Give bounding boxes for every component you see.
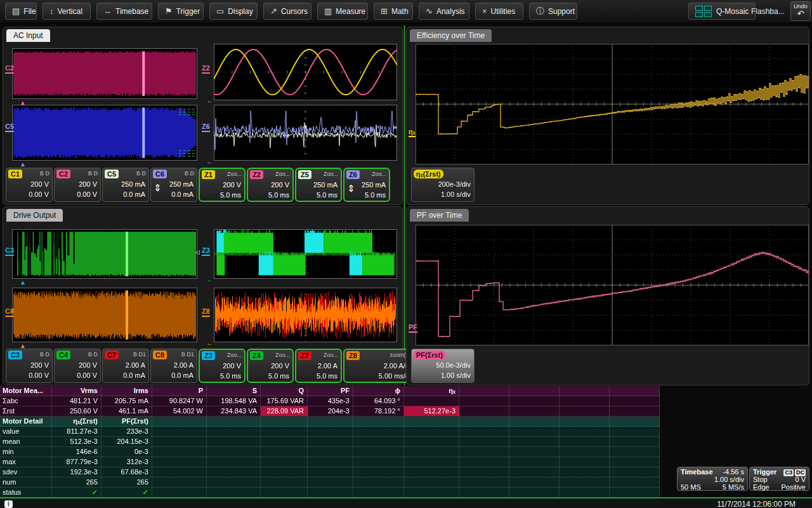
table-cell: [459, 437, 509, 446]
table-cell: mean: [0, 437, 52, 446]
table-header-cell: [509, 386, 560, 396]
table-header-cell: Vrms: [52, 386, 102, 396]
info-icon[interactable]: i: [4, 500, 13, 508]
table-cell: [404, 427, 459, 436]
z1-z2-zoom-grid[interactable]: [214, 44, 397, 100]
menu-button-label: Measure: [336, 7, 365, 16]
menu-button-analysis[interactable]: ∿Analysis: [419, 3, 469, 20]
menu-button-trigger[interactable]: ⚑Trigger: [158, 3, 204, 20]
descriptor-Z3[interactable]: Z3Zoo...200 V5.0 ms: [199, 349, 246, 383]
table-cell: [261, 488, 308, 497]
menu-button-timebase[interactable]: ↔Timebase: [96, 3, 152, 20]
channel-scale: 200 V: [223, 362, 241, 370]
menu-button-math[interactable]: ⊞Math: [374, 3, 413, 20]
channel-chip: Z2: [250, 170, 263, 179]
table-header-cell: [560, 417, 610, 426]
descriptor-C3[interactable]: C3B D200 V0.00 V: [6, 349, 53, 383]
descriptor-Z7[interactable]: Z7Zoo...2.00 A5.0 ms: [295, 349, 342, 383]
eff-trend-chip: ηₓ(Σrst): [414, 170, 443, 178]
channel-chip: C1: [8, 170, 22, 178]
descriptor-C2[interactable]: C2B D200 V0.00 V: [54, 168, 101, 202]
qmosaic-button[interactable]: Q-Mosaic: [688, 3, 756, 20]
table-cell: [560, 478, 610, 487]
table-cell: [152, 427, 207, 436]
table-cell: [261, 457, 308, 467]
descriptor-C8[interactable]: C8B D12.00 A0.0 mA: [150, 349, 197, 383]
table-cell: ✓: [102, 488, 152, 497]
menu-button-display[interactable]: ▭Display: [209, 3, 258, 20]
table-cell: 233e-3: [102, 427, 152, 436]
pf-trend-grid[interactable]: [416, 225, 809, 345]
tab-drive-output[interactable]: Drive Output: [6, 209, 63, 222]
menu-button-file[interactable]: ▤File: [5, 3, 37, 20]
channel-offset: 5.0 ms: [365, 191, 386, 199]
descriptor-Z5[interactable]: Z5Zoo...250 mA5.0 ms: [295, 168, 342, 202]
trigger-box[interactable]: Trigger C3DC Stop0 V EdgePositive: [749, 467, 809, 491]
z8-trace-label: Z8: [202, 307, 210, 317]
c3-waveform-grid[interactable]: [12, 229, 197, 279]
c2-trigger-marker[interactable]: ▲: [20, 100, 26, 106]
tab-efficiency[interactable]: Efficiency over Time: [410, 29, 492, 42]
tab-pf[interactable]: PF over Time: [410, 209, 469, 222]
descriptor-C1[interactable]: C1B D200 V0.00 V: [6, 168, 53, 202]
channel-chip: Z4: [250, 351, 263, 360]
descriptor-pf-trend[interactable]: PF(Σrst) 50.0e-3/div 1.00 s/div: [411, 349, 475, 383]
table-row: Σrst250.60 V461.1 mA54.002 W234.843 VA22…: [0, 406, 660, 417]
menu-button-label: Analysis: [436, 7, 465, 16]
c1-c2-waveform-grid[interactable]: [12, 48, 197, 99]
descriptor-Z6[interactable]: Z6Zoo...250 mA5.0 ms⇕: [343, 168, 390, 202]
menu-button-label: Display: [228, 7, 252, 16]
channel-chip: C2: [56, 170, 70, 178]
c5-c6-waveform-grid[interactable]: [12, 105, 197, 161]
undo-button[interactable]: Undo ↶: [790, 1, 811, 21]
table-cell: [353, 457, 404, 467]
z7-z8-zoom-grid[interactable]: [214, 288, 397, 342]
table-cell: 205.75 mA: [102, 396, 152, 406]
z6-trace-label: Z6: [202, 123, 210, 132]
table-cell: [152, 437, 207, 446]
table-cell: [261, 427, 308, 436]
panel-drive-output: Drive Output C3 C8 Z3 Z8 ◁ ▲ ▲ ← ← C3B D…: [3, 206, 403, 385]
timebase-title: Timebase: [681, 468, 713, 476]
table-cell: [404, 488, 459, 497]
menu-button-support[interactable]: ⓘSupport: [529, 3, 577, 20]
tab-ac-input[interactable]: AC Input: [6, 29, 50, 42]
menu-button-vertical[interactable]: ↕Vertical: [43, 3, 91, 20]
efficiency-trend-grid[interactable]: [416, 44, 809, 164]
descriptor-C4[interactable]: C4B D200 V0.00 V: [54, 349, 101, 383]
table-cell: 198.548 VA: [207, 396, 261, 406]
channel-scale: 200 V: [79, 361, 97, 369]
c5-trigger-marker[interactable]: ▲: [20, 161, 26, 168]
channel-tag: B D: [88, 351, 98, 358]
descriptor-Z4[interactable]: Z4Zoo...200 V5.0 ms: [247, 349, 294, 383]
table-cell: 250.60 V: [52, 406, 102, 416]
descriptor-Z1[interactable]: Z1Zoo...200 V5.0 ms: [199, 168, 246, 202]
menu-button-measure[interactable]: ▥Measure: [317, 3, 368, 20]
c5-trace-label: C5: [5, 123, 14, 132]
z5-z6-zoom-grid[interactable]: [214, 105, 397, 161]
table-cell: 512.27e-3: [404, 406, 459, 416]
z3-z4-zoom-grid[interactable]: [214, 229, 397, 279]
channel-chip: Z5: [298, 170, 311, 179]
table-cell: [610, 396, 660, 406]
channel-scale: 2.00 A: [174, 361, 193, 369]
flashback-label[interactable]: Flashba...: [751, 7, 785, 16]
descriptor-eff-trend[interactable]: ηₓ(Σrst) 200e-3/div 1.00 s/div: [411, 168, 475, 202]
channel-tag: Zoo...: [275, 352, 290, 358]
c8-waveform-grid[interactable]: [12, 288, 197, 342]
timebase-box[interactable]: Timebase-4.56 s 1.00 s/div 50 MS5 MS/s: [677, 467, 748, 491]
table-header-cell: ηₓ(Σrst): [52, 417, 102, 426]
descriptor-C6[interactable]: C6B D250 mA0.0 mA⇕: [150, 168, 197, 202]
table-cell: ✓: [52, 488, 102, 497]
channel-offset: 0.00 V: [29, 190, 49, 198]
trigger-level: 0 V: [795, 476, 806, 483]
descriptor-C7[interactable]: C7B D12.00 A0.0 mA: [102, 349, 149, 383]
descriptor-C5[interactable]: C5B D250 mA0.0 mA: [102, 168, 149, 202]
table-cell: 265: [102, 478, 152, 487]
menu-button-cursors[interactable]: ↗Cursors: [263, 3, 311, 20]
channel-chip: C6: [153, 170, 167, 178]
menu-button-utilities[interactable]: ×Utilities: [475, 3, 523, 20]
channel-chip: C3: [8, 351, 22, 359]
c3-trigger-marker[interactable]: ▲: [20, 279, 26, 286]
descriptor-Z2[interactable]: Z2Zoo...200 V5.0 ms: [247, 168, 294, 202]
